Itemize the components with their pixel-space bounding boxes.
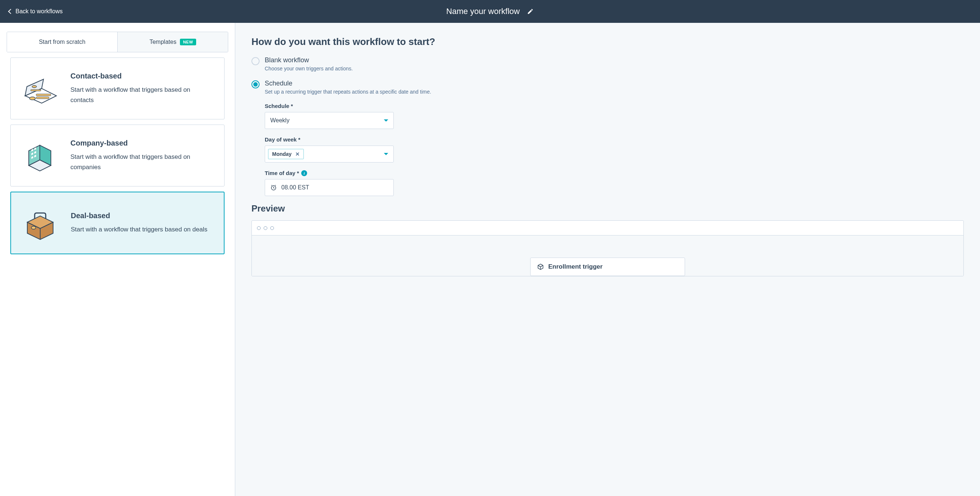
enrollment-trigger-box[interactable]: Enrollment trigger	[530, 258, 685, 276]
new-badge: NEW	[180, 39, 196, 45]
window-dot-icon	[270, 226, 274, 230]
tab-scratch-label: Start from scratch	[39, 39, 85, 45]
tod-label: Time of day * i	[265, 170, 964, 176]
header-bar: Back to workflows Name your workflow	[0, 0, 980, 23]
tod-label-text: Time of day *	[265, 170, 299, 176]
svg-rect-4	[30, 89, 41, 91]
back-to-workflows-link[interactable]: Back to workflows	[9, 8, 63, 15]
preview-heading: Preview	[251, 203, 964, 214]
radio-option-blank[interactable]: Blank workflow Choose your own triggers …	[251, 56, 964, 72]
trigger-label: Enrollment trigger	[548, 263, 603, 270]
preview-titlebar	[252, 221, 963, 235]
card-body: Deal-based Start with a workflow that tr…	[71, 211, 215, 234]
card-title: Contact-based	[70, 72, 215, 80]
chip-remove-icon[interactable]: ✕	[295, 151, 300, 157]
tod-input[interactable]: 08.00 EST	[265, 179, 394, 196]
svg-point-0	[30, 97, 35, 100]
card-desc: Start with a workflow that triggers base…	[71, 224, 215, 234]
schedule-value: Weekly	[270, 117, 290, 124]
dow-select[interactable]: Monday ✕	[265, 146, 394, 162]
window-dot-icon	[264, 226, 267, 230]
radio-option-schedule[interactable]: Schedule Set up a recurring trigger that…	[251, 79, 964, 95]
radio-desc: Set up a recurring trigger that repeats …	[265, 89, 964, 95]
contact-icon	[19, 68, 60, 109]
radio-desc: Choose your own triggers and actions.	[265, 65, 964, 72]
workflow-name-title: Name your workflow	[446, 6, 520, 16]
window-dot-icon	[257, 226, 261, 230]
day-of-week-field: Day of week * Monday ✕	[265, 136, 964, 162]
right-heading: How do you want this workflow to start?	[251, 36, 964, 48]
radio-title: Schedule	[265, 79, 964, 87]
radio-title: Blank workflow	[265, 56, 964, 64]
right-panel: How do you want this workflow to start? …	[235, 23, 980, 496]
tab-start-from-scratch[interactable]: Start from scratch	[7, 32, 117, 52]
card-contact-based[interactable]: Contact-based Start with a workflow that…	[10, 57, 224, 119]
card-company-based[interactable]: Company-based Start with a workflow that…	[10, 124, 224, 186]
dow-chip: Monday ✕	[268, 149, 304, 159]
tab-templates-label: Templates	[150, 39, 176, 45]
dow-label: Day of week *	[265, 136, 964, 143]
radio-body: Schedule Set up a recurring trigger that…	[265, 79, 964, 95]
pencil-icon[interactable]	[527, 8, 534, 15]
radio-body: Blank workflow Choose your own triggers …	[265, 56, 964, 72]
radio-blank[interactable]	[251, 57, 259, 65]
header-title-group: Name your workflow	[446, 6, 533, 16]
schedule-field: Schedule * Weekly	[265, 103, 964, 129]
trigger-header: Enrollment trigger	[531, 258, 685, 276]
card-deal-based[interactable]: Deal-based Start with a workflow that tr…	[10, 192, 224, 254]
tab-templates[interactable]: Templates NEW	[117, 32, 228, 52]
svg-rect-12	[45, 172, 46, 175]
company-icon	[19, 135, 60, 176]
time-of-day-field: Time of day * i 08.00 EST	[265, 170, 964, 196]
back-label: Back to workflows	[16, 8, 63, 15]
info-icon[interactable]: i	[301, 170, 307, 176]
svg-rect-2	[36, 97, 49, 99]
schedule-select[interactable]: Weekly	[265, 112, 394, 129]
radio-schedule[interactable]	[251, 80, 259, 89]
cube-icon	[537, 264, 544, 270]
svg-point-13	[31, 226, 36, 229]
svg-rect-1	[36, 94, 51, 96]
card-body: Company-based Start with a workflow that…	[70, 139, 215, 172]
left-panel: Start from scratch Templates NEW	[0, 23, 235, 496]
chevron-left-icon	[8, 9, 13, 14]
svg-point-3	[32, 86, 37, 88]
preview-body: Enrollment trigger	[252, 235, 963, 276]
caret-down-icon	[384, 119, 388, 122]
chip-label: Monday	[272, 151, 292, 157]
card-title: Deal-based	[71, 211, 215, 220]
clock-icon	[270, 184, 277, 191]
tod-value: 08.00 EST	[281, 184, 309, 191]
card-desc: Start with a workflow that triggers base…	[70, 152, 215, 172]
card-body: Contact-based Start with a workflow that…	[70, 72, 215, 105]
deal-icon	[20, 203, 60, 243]
card-title: Company-based	[70, 139, 215, 148]
card-desc: Start with a workflow that triggers base…	[70, 85, 215, 105]
caret-down-icon	[384, 153, 388, 155]
preview-frame: Enrollment trigger	[251, 220, 964, 277]
tabs: Start from scratch Templates NEW	[6, 32, 228, 52]
svg-rect-11	[42, 171, 43, 173]
content-area: Start from scratch Templates NEW	[0, 23, 980, 496]
schedule-label: Schedule *	[265, 103, 964, 109]
